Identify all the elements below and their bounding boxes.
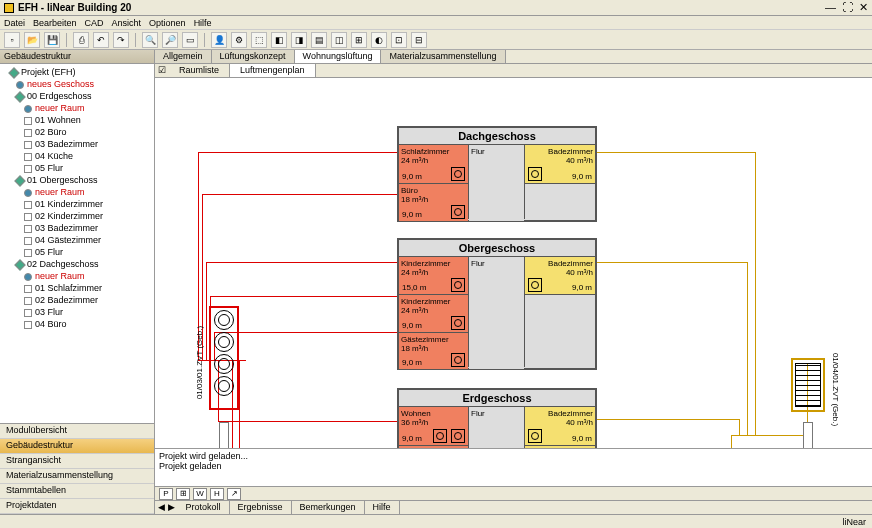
content-area: Allgemein Lüftungskonzept Wohnungslüftun… xyxy=(155,50,872,514)
tab-allgemein[interactable]: Allgemein xyxy=(155,50,212,63)
tool-open-icon[interactable]: 📂 xyxy=(24,32,40,48)
view-p-icon[interactable]: P xyxy=(159,488,173,500)
room-badezimmer: Badezimmer40 m³/h 9,0 m xyxy=(525,407,595,446)
app-icon xyxy=(4,3,14,13)
view-grid-icon[interactable]: ⊞ xyxy=(176,488,190,500)
room-flur: Flur xyxy=(469,145,524,222)
minimize-button[interactable]: — xyxy=(825,2,836,13)
menu-hilfe[interactable]: Hilfe xyxy=(194,18,212,28)
room-badezimmer: Badezimmer40 m³/h 9,0 m xyxy=(525,145,595,184)
close-button[interactable]: ✕ xyxy=(859,2,868,13)
main-tabs: Allgemein Lüftungskonzept Wohnungslüftun… xyxy=(155,50,872,64)
window-title: EFH - liNear Building 20 xyxy=(18,2,131,13)
ventilation-unit-exhaust[interactable]: 01/04/01.ZVT (Geb.) xyxy=(791,358,825,412)
tree-room: 03 Flur xyxy=(2,306,152,318)
tool-print-icon[interactable]: ⎙ xyxy=(73,32,89,48)
tree-room: 05 Flur xyxy=(2,246,152,258)
sidebar-nav: Modulübersicht Gebäudestruktur Strangans… xyxy=(0,423,154,514)
tool-g-icon[interactable]: ◫ xyxy=(331,32,347,48)
floor-obergeschoss[interactable]: Obergeschoss Kinderzimmer24 m³/h 15,0 m … xyxy=(397,238,597,370)
sub-tabs: ☑ Raumliste Luftmengenplan xyxy=(155,64,872,78)
menu-datei[interactable]: Datei xyxy=(4,18,25,28)
building-tree[interactable]: Projekt (EFH) neues Geschoss 00 Erdgesch… xyxy=(0,64,154,423)
tool-undo-icon[interactable]: ↶ xyxy=(93,32,109,48)
subtab-raumliste[interactable]: Raumliste xyxy=(169,64,230,77)
tool-f-icon[interactable]: ▤ xyxy=(311,32,327,48)
btab-ergebnisse[interactable]: Ergebnisse xyxy=(230,501,292,514)
tree-room: 02 Büro xyxy=(2,126,152,138)
sidebar-header: Gebäudestruktur xyxy=(0,50,154,64)
btab-bemerkungen[interactable]: Bemerkungen xyxy=(292,501,365,514)
tab-lueftungskonzept[interactable]: Lüftungskonzept xyxy=(212,50,295,63)
tool-i-icon[interactable]: ◐ xyxy=(371,32,387,48)
nav-stamm[interactable]: Stammtabellen xyxy=(0,484,154,499)
tree-new-room: neuer Raum xyxy=(2,102,152,114)
nav-building[interactable]: Gebäudestruktur xyxy=(0,439,154,454)
diagram-canvas[interactable]: Dachgeschoss Schlafzimmer24 m³/h 9,0 m B… xyxy=(155,78,872,448)
tool-j-icon[interactable]: ⊡ xyxy=(391,32,407,48)
tool-redo-icon[interactable]: ↷ xyxy=(113,32,129,48)
tool-fit-icon[interactable]: ▭ xyxy=(182,32,198,48)
tool-b-icon[interactable]: ⚙ xyxy=(231,32,247,48)
ventilation-unit-supply[interactable]: 01/03/01.ZVT (Geb.) xyxy=(209,306,239,410)
status-bar: liNear xyxy=(0,514,872,528)
btab-protokoll[interactable]: Protokoll xyxy=(178,501,230,514)
unit-label: 01/04/01.ZVT (Geb.) xyxy=(831,353,840,426)
room-badezimmer: Badezimmer40 m³/h 9,0 m xyxy=(525,257,595,295)
toolbar: ▫ 📂 💾 ⎙ ↶ ↷ 🔍 🔎 ▭ 👤 ⚙ ⬚ ◧ ◨ ▤ ◫ ⊞ ◐ ⊡ ⊟ xyxy=(0,30,872,50)
menu-optionen[interactable]: Optionen xyxy=(149,18,186,28)
view-w-icon[interactable]: W xyxy=(193,488,207,500)
tool-h-icon[interactable]: ⊞ xyxy=(351,32,367,48)
tree-room: 01 Wohnen xyxy=(2,114,152,126)
subtab-luftmengenplan[interactable]: Luftmengenplan xyxy=(230,64,316,77)
tree-room: 01 Schlafzimmer xyxy=(2,282,152,294)
log-line: Projekt geladen xyxy=(159,461,868,471)
tree-project: Projekt (EFH) xyxy=(2,66,152,78)
tree-new-floor: neues Geschoss xyxy=(2,78,152,90)
nav-strang[interactable]: Strangansicht xyxy=(0,454,154,469)
floor-dachgeschoss[interactable]: Dachgeschoss Schlafzimmer24 m³/h 9,0 m B… xyxy=(397,126,597,222)
tool-save-icon[interactable]: 💾 xyxy=(44,32,60,48)
nav-modules[interactable]: Modulübersicht xyxy=(0,424,154,439)
menu-bearbeiten[interactable]: Bearbeiten xyxy=(33,18,77,28)
grille-icon xyxy=(795,363,821,407)
nav-material[interactable]: Materialzusammenstellung xyxy=(0,469,154,484)
tool-zoomout-icon[interactable]: 🔎 xyxy=(162,32,178,48)
tree-new-room: neuer Raum xyxy=(2,186,152,198)
floor-erdgeschoss[interactable]: Erdgeschoss Wohnen36 m³/h 9,0 m Büro18 m… xyxy=(397,388,597,448)
tool-a-icon[interactable]: 👤 xyxy=(211,32,227,48)
menu-cad[interactable]: CAD xyxy=(85,18,104,28)
room-gaestezimmer: Gästezimmer18 m³/h 9,0 m xyxy=(399,333,468,370)
tab-wohnungslueftung[interactable]: Wohnungslüftung xyxy=(295,50,382,63)
message-pane: Projekt wird geladen... Projekt geladen xyxy=(155,448,872,486)
silencer-icon xyxy=(219,422,229,448)
tree-room: 02 Kinderzimmer xyxy=(2,210,152,222)
maximize-button[interactable]: ⛶ xyxy=(842,2,853,13)
fan-icon xyxy=(214,310,234,330)
tool-zoom-icon[interactable]: 🔍 xyxy=(142,32,158,48)
tool-c-icon[interactable]: ⬚ xyxy=(251,32,267,48)
brand-label: liNear xyxy=(842,517,866,527)
view-h-icon[interactable]: H xyxy=(210,488,224,500)
room-flur: Flur xyxy=(469,407,524,448)
view-arrow-icon[interactable]: ↗ xyxy=(227,488,241,500)
tool-new-icon[interactable]: ▫ xyxy=(4,32,20,48)
tool-d-icon[interactable]: ◧ xyxy=(271,32,287,48)
bottom-tabs: ◀ ▶ Protokoll Ergebnisse Bemerkungen Hil… xyxy=(155,500,872,514)
btab-hilfe[interactable]: Hilfe xyxy=(365,501,400,514)
tool-e-icon[interactable]: ◨ xyxy=(291,32,307,48)
tool-k-icon[interactable]: ⊟ xyxy=(411,32,427,48)
tree-room: 03 Badezimmer xyxy=(2,138,152,150)
menu-bar: Datei Bearbeiten CAD Ansicht Optionen Hi… xyxy=(0,16,872,30)
tab-material[interactable]: Materialzusammenstellung xyxy=(381,50,505,63)
room-wohnen: Wohnen36 m³/h 9,0 m xyxy=(399,407,468,446)
floor-title: Dachgeschoss xyxy=(399,128,595,145)
menu-ansicht[interactable]: Ansicht xyxy=(112,18,142,28)
tree-new-room: neuer Raum xyxy=(2,270,152,282)
room-kinderzimmer: Kinderzimmer24 m³/h 15,0 m xyxy=(399,257,468,295)
nav-project[interactable]: Projektdaten xyxy=(0,499,154,514)
fan-icon xyxy=(214,332,234,352)
tree-room: 05 Flur xyxy=(2,162,152,174)
sidebar: Gebäudestruktur Projekt (EFH) neues Gesc… xyxy=(0,50,155,514)
tree-room: 04 Gästezimmer xyxy=(2,234,152,246)
